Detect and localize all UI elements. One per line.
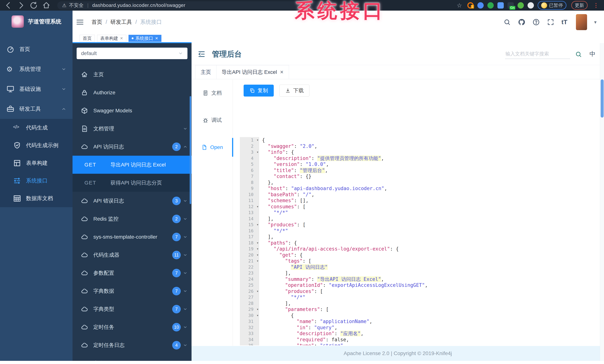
mini-nav-调试[interactable]: 调试 bbox=[191, 107, 233, 134]
question-icon[interactable] bbox=[532, 18, 540, 26]
extension-icon-ext-dark-gn[interactable]: Gn bbox=[507, 2, 514, 9]
fold-caret-icon[interactable]: ▾ bbox=[257, 222, 258, 228]
swagger-nav-字典类型[interactable]: 字典类型7 bbox=[73, 300, 191, 318]
fold-caret-icon[interactable]: ▾ bbox=[257, 252, 258, 258]
fold-caret-icon[interactable]: ▾ bbox=[257, 246, 258, 252]
code-content: "produces": [ bbox=[259, 288, 323, 294]
sidebar-item-代码生成示例[interactable]: 代码生成示例 bbox=[0, 137, 73, 154]
swagger-nav-代码生成器[interactable]: 代码生成器11 bbox=[73, 246, 191, 264]
swagger-nav-Swagger Models[interactable]: Swagger Models bbox=[73, 101, 191, 120]
doc-tab-close-icon[interactable]: ✕ bbox=[280, 70, 284, 75]
caret-down-icon[interactable]: ▾ bbox=[594, 19, 597, 25]
page-scrollbar[interactable] bbox=[600, 43, 604, 361]
code-line: 27"*/*" bbox=[240, 294, 597, 300]
fold-caret-icon[interactable]: ▾ bbox=[257, 240, 258, 246]
sidebar-item-基础设施[interactable]: 基础设施 bbox=[0, 79, 73, 99]
tag-close-icon[interactable]: ✕ bbox=[155, 36, 158, 40]
doc-tab-主页[interactable]: 主页 bbox=[195, 65, 216, 79]
doc-tab-导出API 访问日志 Excel[interactable]: 导出API 访问日志 Excel✕ bbox=[216, 65, 289, 79]
address-bar[interactable]: ⚠ 不安全 | dashboard.yudao.iocoder.cn/tool/… bbox=[57, 1, 336, 10]
sidebar-item-label: 首页 bbox=[19, 46, 30, 53]
sidebar-item-数据库文档[interactable]: 数据库文档 bbox=[0, 189, 73, 207]
avatar[interactable] bbox=[576, 14, 587, 30]
code-editor[interactable]: 1▾{2"swagger": "2.0",3▾"info": {4"descri… bbox=[240, 137, 597, 345]
fold-caret-icon[interactable]: ▾ bbox=[257, 137, 258, 143]
sidebar-item-代码生成[interactable]: </>代码生成 bbox=[0, 119, 73, 137]
copy-button[interactable]: 复制 bbox=[244, 85, 274, 97]
breadcrumb-devtools[interactable]: 研发工具 bbox=[111, 18, 132, 26]
address-url[interactable]: dashboard.yudao.iocoder.cn/tool/swagger bbox=[92, 2, 185, 8]
bug-icon bbox=[202, 117, 208, 123]
fold-caret-icon[interactable]: ▾ bbox=[257, 149, 258, 155]
download-button[interactable]: 下载 bbox=[279, 85, 309, 97]
font-size-icon[interactable]: tT bbox=[561, 18, 569, 26]
browser-home-icon[interactable] bbox=[42, 1, 50, 10]
reload-icon[interactable] bbox=[29, 1, 38, 10]
fold-caret-icon[interactable]: ▾ bbox=[257, 306, 258, 313]
swagger-nav-字典数据[interactable]: 字典数据7 bbox=[73, 282, 191, 300]
search-icon[interactable] bbox=[503, 18, 511, 26]
collapse-menu-icon[interactable] bbox=[198, 50, 206, 58]
fullscreen-icon[interactable] bbox=[547, 18, 554, 26]
swagger-nav-Authorize[interactable]: Authorize bbox=[73, 84, 191, 101]
sidebar-scrollbar[interactable] bbox=[190, 96, 191, 204]
extension-icon-ext-blue-grid[interactable] bbox=[497, 2, 504, 9]
hamburger-icon[interactable] bbox=[76, 18, 84, 26]
group-select[interactable]: default bbox=[77, 48, 188, 59]
swagger-nav-API 错误日志[interactable]: API 错误日志3 bbox=[73, 192, 191, 210]
fold-caret-icon[interactable]: ▾ bbox=[257, 258, 258, 264]
swagger-nav-sys-sms-template-controller[interactable]: sys-sms-template-controller7 bbox=[73, 228, 191, 246]
sidebar-item-表单构建[interactable]: 表单构建 bbox=[0, 154, 73, 172]
doc-search-icon[interactable] bbox=[575, 51, 582, 58]
extension-icon-ext-green-sprout[interactable] bbox=[517, 2, 524, 9]
code-content: "swagger": "2.0", bbox=[259, 143, 317, 149]
sidebar-item-研发工具[interactable]: 研发工具 bbox=[0, 99, 73, 119]
breadcrumb-home[interactable]: 首页 bbox=[91, 18, 102, 26]
extension-icon-ext-blue-drop[interactable] bbox=[477, 2, 484, 9]
browser-update-button[interactable]: 更新 bbox=[571, 1, 588, 10]
operation-导出API 访问日志 Excel[interactable]: GET导出API 访问日志 Excel bbox=[73, 156, 191, 174]
swagger-operations-group: GET导出API 访问日志 ExcelGET获得API 访问日志分页 bbox=[73, 156, 191, 192]
sidebar-item-首页[interactable]: 首页 bbox=[0, 39, 73, 59]
operation-获得API 访问日志分页[interactable]: GET获得API 访问日志分页 bbox=[73, 174, 191, 192]
code-line: 12▾"consumes": [ bbox=[240, 204, 597, 210]
mini-nav-文档[interactable]: 文档 bbox=[191, 79, 233, 107]
tag-系统接口[interactable]: 系统接口✕ bbox=[128, 35, 161, 42]
code-content: "contact": {} bbox=[259, 173, 312, 179]
forward-icon[interactable] bbox=[17, 1, 25, 10]
mini-nav-Open[interactable]: Open bbox=[191, 134, 233, 161]
doc-search-input[interactable] bbox=[505, 49, 570, 59]
swagger-nav-文档管理[interactable]: 文档管理 bbox=[73, 120, 191, 138]
extension-icon-ext-green-circle[interactable] bbox=[487, 2, 494, 9]
github-icon[interactable] bbox=[518, 18, 525, 26]
swagger-nav-参数配置[interactable]: 参数配置7 bbox=[73, 264, 191, 282]
tag-close-icon[interactable]: ✕ bbox=[120, 36, 123, 40]
extension-icon-ext-orange-ring[interactable]: 1 bbox=[467, 2, 474, 9]
logo-row[interactable]: 芋道管理系统 bbox=[0, 11, 73, 28]
app-sidebar: 芋道管理系统 首页⚙系统管理基础设施研发工具</>代码生成代码生成示例表单构建系… bbox=[0, 11, 73, 361]
fold-caret-icon[interactable]: ▾ bbox=[257, 204, 258, 210]
chevron-down-icon bbox=[178, 51, 183, 56]
fold-caret-icon[interactable]: ▾ bbox=[257, 288, 258, 294]
sidebar-item-系统接口[interactable]: 系统接口 bbox=[0, 172, 73, 189]
page-scrollbar-thumb[interactable] bbox=[601, 79, 604, 118]
browser-menu-icon[interactable]: ⋮ bbox=[593, 2, 599, 9]
swagger-nav-定时任务[interactable]: 定时任务10 bbox=[73, 318, 191, 336]
bookmark-star-icon[interactable]: ☆ bbox=[455, 1, 464, 10]
swagger-nav-主页[interactable]: 主页 bbox=[73, 65, 191, 84]
code-content: "consumes": [ bbox=[259, 204, 306, 210]
fold-caret-icon[interactable]: ▾ bbox=[257, 313, 258, 319]
profile-paused-pill[interactable]: 已暂停 bbox=[538, 1, 566, 10]
tag-首页[interactable]: 首页 bbox=[80, 35, 95, 42]
language-icon[interactable]: 中 bbox=[590, 50, 595, 58]
cloud-icon bbox=[81, 197, 88, 205]
swagger-nav-岗位[interactable]: 岗位 bbox=[73, 354, 191, 361]
extension-icon-ext-white-flower[interactable] bbox=[528, 2, 534, 9]
tag-表单构建[interactable]: 表单构建✕ bbox=[97, 35, 126, 42]
code-content: "*/*" bbox=[259, 294, 305, 300]
swagger-nav-Redis 监控[interactable]: Redis 监控2 bbox=[73, 210, 191, 228]
swagger-nav-API 访问日志[interactable]: API 访问日志2 bbox=[73, 138, 191, 156]
back-icon[interactable] bbox=[4, 1, 13, 10]
swagger-nav-定时任务日志[interactable]: 定时任务日志4 bbox=[73, 336, 191, 354]
sidebar-item-系统管理[interactable]: ⚙系统管理 bbox=[0, 59, 73, 79]
